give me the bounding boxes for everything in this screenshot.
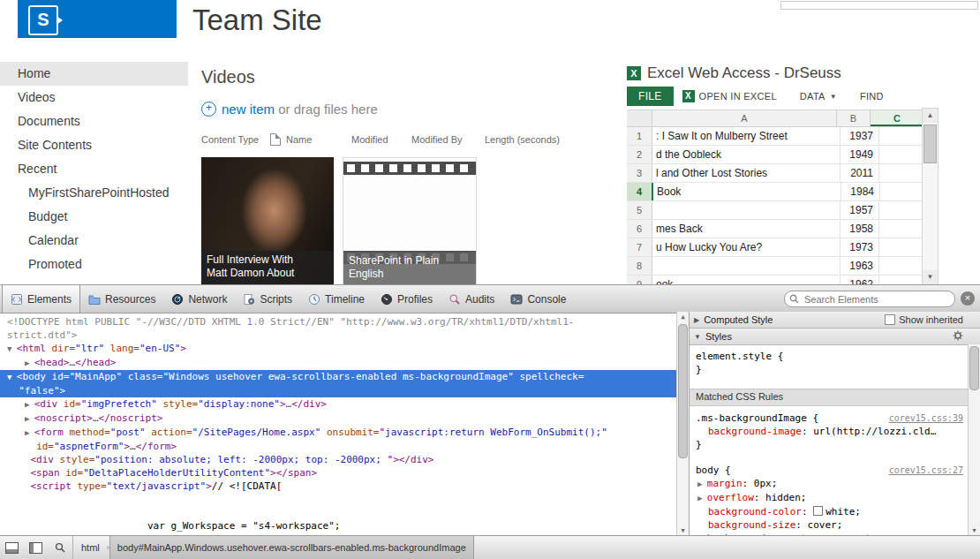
scrollbar-thumb[interactable] bbox=[923, 125, 937, 163]
nav-item-documents[interactable]: Documents bbox=[0, 110, 188, 133]
cell-b[interactable]: 1937 bbox=[841, 127, 879, 145]
video-tile-matt-damon[interactable]: Full Interview With Matt Damon About bbox=[201, 157, 334, 284]
nav-item-myfirstsharepointhosted[interactable]: MyFirstSharePointHosted bbox=[0, 181, 185, 205]
row-header-selected[interactable]: 4 bbox=[627, 183, 653, 200]
cell-b[interactable]: 2011 bbox=[841, 164, 879, 182]
cell-a[interactable] bbox=[652, 257, 841, 275]
column-header-c[interactable]: C bbox=[871, 110, 924, 126]
row-header[interactable]: 9 bbox=[627, 276, 652, 284]
row-header[interactable]: 7 bbox=[627, 238, 652, 256]
dom-line-offscreen-div[interactable]: <div style="position: absolute; left: -2… bbox=[0, 453, 689, 466]
video-tile-sharepoint-plain-english[interactable]: SharePoint in Plain English bbox=[343, 157, 477, 284]
css-property[interactable]: background-color: white; bbox=[696, 505, 974, 518]
dom-line-script-var[interactable]: var g_Workspace = "s4-workspace"; bbox=[0, 519, 689, 533]
cell-b[interactable]: 1957 bbox=[841, 201, 879, 219]
dom-line-head[interactable]: ▶ <head>…</head> bbox=[0, 356, 689, 370]
cell-b[interactable]: 1949 bbox=[841, 146, 879, 163]
breadcrumb-body-selected[interactable]: body#MainApp.Windows.usehover.ewa-scroll… bbox=[109, 536, 474, 559]
css-property[interactable]: ▶ overflow: hidden; bbox=[696, 491, 974, 505]
element-style-rule[interactable]: element.style { } bbox=[696, 350, 974, 376]
row-header[interactable]: 3 bbox=[627, 164, 652, 182]
row-header[interactable]: 1 bbox=[627, 127, 652, 145]
column-name[interactable]: Name bbox=[286, 134, 312, 145]
nav-item-budget[interactable]: Budget bbox=[0, 205, 188, 229]
dom-line-doctype-wrap[interactable]: strict.dtd"> bbox=[0, 329, 689, 342]
css-property[interactable]: background-size: cover; bbox=[696, 518, 974, 532]
dom-line-body-selected-wrap[interactable]: "false"> bbox=[0, 384, 689, 397]
column-content-type[interactable]: Content Type bbox=[201, 134, 259, 145]
nav-item-calendar[interactable]: Calendar bbox=[0, 229, 188, 253]
dom-line-doctype[interactable]: <!DOCTYPE html PUBLIC "-//W3C//DTD XHTML… bbox=[0, 315, 689, 329]
css-rule-body[interactable]: body { corev15.css:27 ▶ margin: 0px; ▶ o… bbox=[696, 464, 974, 536]
row-header[interactable]: 5 bbox=[627, 201, 652, 219]
nav-item-videos[interactable]: Videos bbox=[0, 86, 188, 110]
nav-item-home[interactable]: Home bbox=[0, 62, 188, 86]
corner-cell[interactable] bbox=[627, 110, 652, 126]
cell-b[interactable]: 1963 bbox=[841, 257, 879, 275]
nav-item-promoted[interactable]: Promoted bbox=[0, 253, 188, 276]
tab-network[interactable]: Network bbox=[163, 285, 235, 313]
cell-a[interactable]: mes Back bbox=[652, 220, 841, 238]
dom-line-noscript[interactable]: ▶ <noscript>…</noscript> bbox=[0, 412, 689, 426]
cell-b[interactable]: 1984 bbox=[841, 183, 880, 200]
css-rule-ms-backgroundimage[interactable]: .ms-backgroundImage { corev15.css:39 bac… bbox=[696, 412, 974, 451]
gear-icon[interactable] bbox=[953, 330, 976, 343]
dom-line-form-wrap[interactable]: id="aspnetForm">…</form> bbox=[0, 440, 689, 453]
inspect-element-button[interactable] bbox=[48, 536, 72, 559]
file-menu-button[interactable]: FILE bbox=[627, 87, 674, 106]
toggle-console-button[interactable] bbox=[0, 536, 24, 559]
cell-b[interactable]: 1958 bbox=[841, 220, 879, 238]
sharepoint-search-box-partial[interactable] bbox=[780, 1, 978, 10]
tab-timeline[interactable]: Timeline bbox=[300, 285, 373, 313]
dom-line-form[interactable]: ▶ <form method="post" action="/SitePages… bbox=[0, 426, 689, 440]
find-button[interactable]: FIND bbox=[860, 91, 884, 102]
cell-b[interactable]: 1962 bbox=[841, 276, 879, 284]
scrollbar-thumb[interactable] bbox=[969, 346, 979, 390]
scroll-up-icon[interactable]: ▲ bbox=[923, 109, 938, 123]
dom-line-script[interactable]: <script type="text/javascript">// <![CDA… bbox=[0, 480, 689, 493]
open-in-excel-button[interactable]: X OPEN IN EXCEL bbox=[682, 90, 777, 102]
new-item-link[interactable]: new item bbox=[222, 102, 275, 117]
row-header[interactable]: 6 bbox=[627, 220, 652, 238]
data-menu-button[interactable]: DATA ▼ bbox=[800, 91, 837, 102]
show-inherited-checkbox[interactable] bbox=[885, 314, 895, 325]
tab-scripts[interactable]: Scripts bbox=[235, 285, 300, 313]
column-modified-by[interactable]: Modified By bbox=[411, 134, 462, 145]
tab-elements[interactable]: Elements bbox=[2, 285, 80, 313]
tab-audits[interactable]: Audits bbox=[441, 285, 502, 313]
css-property[interactable]: background-image: url(http://lozzi.cld… bbox=[696, 425, 974, 438]
dom-line-html[interactable]: ▼ <html dir="ltr" lang="en-US"> bbox=[0, 342, 689, 356]
dom-line-body-selected[interactable]: ▼ <body id="MainApp" class="Windows useh… bbox=[0, 370, 689, 384]
column-header-b[interactable]: B bbox=[837, 110, 871, 126]
styles-section-header[interactable]: ▼ Styles bbox=[690, 329, 980, 345]
column-modified[interactable]: Modified bbox=[351, 134, 388, 145]
sharepoint-logo[interactable]: S bbox=[18, 0, 177, 38]
tab-console[interactable]: Console bbox=[502, 285, 574, 313]
cell-a[interactable]: l and Other Lost Stories bbox=[652, 164, 841, 182]
tab-resources[interactable]: Resources bbox=[80, 285, 163, 313]
scroll-down-icon[interactable]: ▼ bbox=[923, 270, 938, 284]
nav-item-site-contents[interactable]: Site Contents bbox=[0, 133, 188, 157]
cell-a[interactable]: Book bbox=[653, 183, 841, 200]
dock-side-button[interactable] bbox=[24, 536, 48, 559]
dom-line-delta-span[interactable]: <span id="DeltaPlaceHolderUtilityContent… bbox=[0, 466, 689, 480]
rule-source-link[interactable]: corev15.css:27 bbox=[889, 464, 974, 477]
cell-a[interactable] bbox=[652, 201, 841, 219]
cell-b[interactable]: 1973 bbox=[841, 238, 879, 256]
cell-a[interactable]: d the Oobleck bbox=[652, 146, 841, 163]
column-header-a[interactable]: A bbox=[652, 110, 837, 126]
css-property[interactable]: ▶ margin: 0px; bbox=[696, 477, 974, 491]
elements-pane-scrollbar[interactable]: ▲ ▼ bbox=[676, 312, 689, 536]
scroll-up-icon[interactable]: ▲ bbox=[677, 312, 689, 322]
cell-a[interactable]: : I Saw It on Mulberry Street bbox=[652, 127, 841, 145]
rule-source-link[interactable]: corev15.css:39 bbox=[889, 412, 974, 425]
computed-style-header[interactable]: ▶ Computed Style Show inherited bbox=[690, 312, 980, 329]
breadcrumb-html[interactable]: html bbox=[74, 536, 107, 559]
cell-a[interactable]: u How Lucky You Are? bbox=[652, 238, 841, 256]
devtools-close-button[interactable]: × bbox=[961, 291, 975, 306]
excel-vertical-scrollbar[interactable]: ▲ ▼ bbox=[922, 108, 939, 284]
scrollbar-thumb[interactable] bbox=[678, 324, 688, 458]
styles-pane-scrollbar[interactable]: ▼ bbox=[968, 344, 980, 536]
cell-a[interactable]: ook bbox=[652, 276, 841, 284]
tab-profiles[interactable]: Profiles bbox=[373, 285, 441, 313]
